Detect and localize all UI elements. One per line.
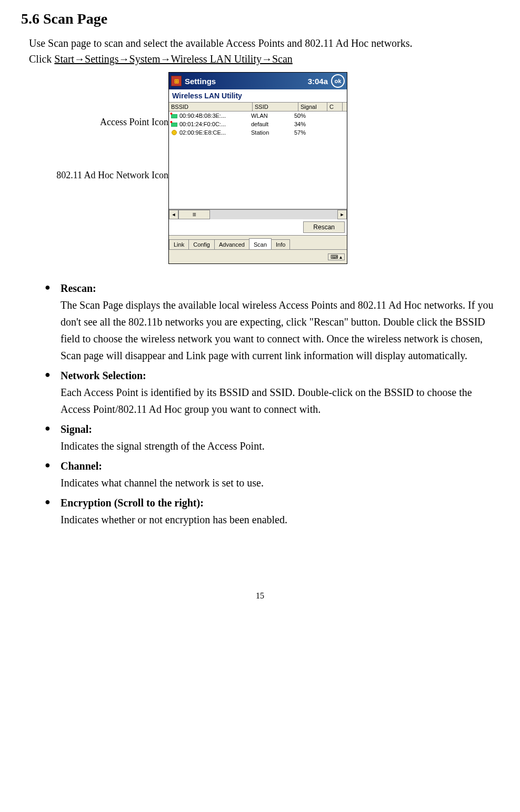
app-title: Wireless LAN Utility — [169, 89, 347, 103]
tab-link[interactable]: Link — [169, 239, 189, 249]
cell-signal: 34% — [292, 121, 318, 127]
callouts: Access Point Icon 802.11 Ad Hoc Network … — [21, 72, 168, 181]
bullet-desc: The Scan Page displays the available loc… — [61, 297, 499, 364]
bullet-term: Channel: — [61, 460, 102, 472]
cell-bssid: 02:00:9E:E8:CE... — [179, 129, 226, 136]
intro-line-1: Use Scan page to scan and select the ava… — [29, 37, 413, 49]
cell-bssid: 00:01:24:F0:0C:... — [179, 121, 226, 127]
tab-config[interactable]: Config — [188, 239, 215, 249]
page-number: 15 — [21, 591, 499, 601]
screenshot-window: ⊞ Settings 3:04a ok Wireless LAN Utility… — [168, 72, 347, 264]
ok-button[interactable]: ok — [331, 74, 345, 88]
tab-scan[interactable]: Scan — [249, 238, 272, 249]
callout-access-point: Access Point Icon — [21, 117, 168, 128]
page-heading: 5.6 Scan Page — [21, 11, 499, 27]
bullet-item: Encryption (Scroll to the right): Indica… — [45, 494, 499, 528]
intro-text: Use Scan page to scan and select the ava… — [29, 35, 499, 67]
header-ssid[interactable]: SSID — [253, 103, 298, 111]
cell-signal: 50% — [292, 113, 318, 119]
cell-ssid: default — [249, 121, 292, 127]
rescan-row: Rescan — [169, 219, 347, 236]
scroll-thumb[interactable]: ≡ — [178, 210, 210, 219]
tabs: Link Config Advanced Scan Info — [169, 236, 347, 249]
tab-advanced[interactable]: Advanced — [214, 239, 249, 249]
bullet-term: Network Selection: — [61, 370, 146, 381]
bullet-desc: Indicates whether or not encryption has … — [61, 511, 499, 528]
start-icon[interactable]: ⊞ — [171, 76, 182, 86]
intro-line-2-prefix: Click — [29, 53, 54, 65]
callout-adhoc: 802.11 Ad Hoc Network Icon — [21, 170, 168, 181]
bullet-item: Channel: Indicates what channel the netw… — [45, 458, 499, 491]
access-point-icon — [170, 121, 178, 127]
list-row[interactable]: 02:00:9E:E8:CE... Station 57% — [169, 128, 347, 137]
tab-info[interactable]: Info — [271, 239, 290, 249]
cell-ssid: Station — [249, 129, 292, 136]
list-body: 00:90:4B:08:3E:... WLAN 50% 00:01:24:F0:… — [169, 111, 347, 209]
bullet-desc: Indicates the signal strength of the Acc… — [61, 438, 499, 454]
scroll-left-icon[interactable]: ◄ — [169, 210, 178, 219]
bullet-term: Encryption (Scroll to the right): — [61, 497, 204, 509]
bullet-desc: Each Access Point is identified by its B… — [61, 384, 499, 418]
keyboard-icon[interactable]: ⌨ ▴ — [328, 253, 345, 260]
title-bar-text: Settings — [185, 77, 308, 86]
nav-path: Start→Settings→System→Wireless LAN Utili… — [54, 53, 293, 65]
bullet-item: Signal: Indicates the signal strength of… — [45, 421, 499, 454]
figure-area: Access Point Icon 802.11 Ad Hoc Network … — [21, 72, 499, 264]
bullet-list: Rescan: The Scan Page displays the avail… — [21, 280, 499, 528]
clock-time: 3:04a — [308, 77, 328, 86]
bottom-bar: ⌨ ▴ — [169, 249, 347, 263]
bullet-term: Rescan: — [61, 282, 96, 294]
list-row[interactable]: 00:90:4B:08:3E:... WLAN 50% — [169, 111, 347, 120]
list-header: BSSID SSID Signal C — [169, 103, 347, 111]
rescan-button[interactable]: Rescan — [303, 221, 345, 233]
bullet-item: Network Selection: Each Access Point is … — [45, 367, 499, 418]
scroll-right-icon[interactable]: ► — [337, 210, 347, 219]
bullet-term: Signal: — [61, 423, 92, 435]
adhoc-network-icon — [170, 129, 178, 136]
header-signal[interactable]: Signal — [298, 103, 327, 111]
horizontal-scrollbar[interactable]: ◄ ≡ ► — [169, 209, 347, 219]
bullet-item: Rescan: The Scan Page displays the avail… — [45, 280, 499, 364]
cell-ssid: WLAN — [249, 113, 292, 119]
header-c[interactable]: C — [327, 103, 343, 111]
scroll-track[interactable] — [210, 210, 337, 219]
header-bssid[interactable]: BSSID — [169, 103, 253, 111]
cell-signal: 57% — [292, 129, 318, 136]
cell-bssid: 00:90:4B:08:3E:... — [179, 113, 226, 119]
bullet-desc: Indicates what channel the network is se… — [61, 474, 499, 491]
title-bar: ⊞ Settings 3:04a ok — [169, 73, 347, 89]
list-row[interactable]: 00:01:24:F0:0C:... default 34% — [169, 120, 347, 128]
